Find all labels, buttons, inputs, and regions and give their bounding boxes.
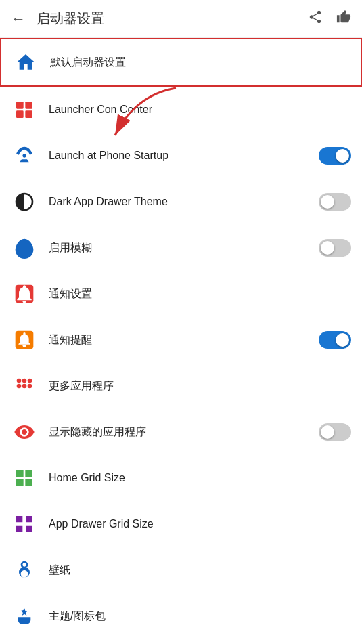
icon-home-grid-size xyxy=(11,465,38,492)
toggle-show-hidden-apps[interactable] xyxy=(319,423,351,441)
menu-item-home-grid-size[interactable]: Home Grid Size xyxy=(0,455,362,501)
svg-point-10 xyxy=(22,384,27,389)
menu-item-dark-app-drawer[interactable]: Dark App Drawer Theme xyxy=(0,179,362,225)
icon-blur xyxy=(11,234,38,261)
svg-rect-2 xyxy=(16,110,24,118)
svg-point-11 xyxy=(28,384,32,389)
svg-point-7 xyxy=(22,379,27,383)
label-notification-settings: 通知设置 xyxy=(49,287,351,301)
menu-item-wallpaper[interactable]: 壁纸 xyxy=(0,547,362,593)
svg-point-9 xyxy=(17,384,22,389)
label-app-drawer-grid: App Drawer Grid Size xyxy=(49,518,351,530)
label-dark-app-drawer: Dark App Drawer Theme xyxy=(49,196,319,208)
toggle-blur[interactable] xyxy=(319,239,351,257)
icon-notification-settings xyxy=(11,280,38,307)
icon-notification-reminder xyxy=(11,326,38,353)
label-home-grid-size: Home Grid Size xyxy=(49,472,351,484)
toggle-dark-app-drawer[interactable] xyxy=(319,193,351,211)
header-actions xyxy=(308,9,351,28)
menu-list: 默认启动器设置Launcher Con CenterLaunch at Phon… xyxy=(0,38,362,644)
menu-item-default-launcher[interactable]: 默认启动器设置 xyxy=(0,38,362,87)
menu-item-notification-reminder[interactable]: 通知提醒 xyxy=(0,317,362,363)
back-button[interactable]: ← xyxy=(11,10,26,28)
thumbsup-icon[interactable] xyxy=(336,9,351,28)
label-launch-at-startup: Launch at Phone Startup xyxy=(49,150,319,162)
menu-item-notification-settings[interactable]: 通知设置 xyxy=(0,271,362,317)
menu-item-launcher-control-center[interactable]: Launcher Con Center xyxy=(0,87,362,133)
icon-show-hidden-apps xyxy=(11,418,38,446)
icon-default-launcher xyxy=(12,49,39,76)
label-notification-reminder: 通知提醒 xyxy=(49,333,319,347)
toggle-notification-reminder[interactable] xyxy=(319,331,351,349)
menu-item-more-apps[interactable]: 更多应用程序 xyxy=(0,363,362,409)
menu-item-launch-at-startup[interactable]: Launch at Phone Startup xyxy=(0,133,362,179)
label-blur: 启用模糊 xyxy=(49,241,319,255)
icon-wallpaper xyxy=(11,557,38,584)
icon-theme-icon-pack xyxy=(11,603,38,630)
icon-dark-app-drawer xyxy=(11,188,38,215)
label-default-launcher: 默认启动器设置 xyxy=(50,56,350,70)
menu-item-app-drawer-grid[interactable]: App Drawer Grid Size xyxy=(0,501,362,547)
page-title: 启动器设置 xyxy=(37,9,308,28)
icon-app-drawer-grid xyxy=(11,511,38,538)
svg-rect-3 xyxy=(25,110,32,118)
toggle-launch-at-startup[interactable] xyxy=(319,147,351,165)
menu-item-lock-screen[interactable]: 锁屏 xyxy=(0,639,362,644)
label-more-apps: 更多应用程序 xyxy=(49,379,351,393)
label-show-hidden-apps: 显示隐藏的应用程序 xyxy=(49,425,319,439)
menu-item-theme-icon-pack[interactable]: 主题/图标包 xyxy=(0,593,362,639)
svg-rect-0 xyxy=(16,102,24,109)
menu-item-show-hidden-apps[interactable]: 显示隐藏的应用程序 xyxy=(0,409,362,455)
svg-point-8 xyxy=(28,379,32,383)
header: ← 启动器设置 xyxy=(0,0,362,38)
icon-launcher-control-center xyxy=(11,96,38,123)
menu-item-blur[interactable]: 启用模糊 xyxy=(0,225,362,271)
svg-rect-1 xyxy=(25,102,32,109)
icon-more-apps xyxy=(11,372,38,400)
svg-point-6 xyxy=(17,379,22,383)
share-icon[interactable] xyxy=(308,9,323,28)
icon-launch-at-startup xyxy=(11,142,38,169)
label-launcher-control-center: Launcher Con Center xyxy=(49,104,351,116)
label-theme-icon-pack: 主题/图标包 xyxy=(49,609,351,624)
label-wallpaper: 壁纸 xyxy=(49,563,351,578)
